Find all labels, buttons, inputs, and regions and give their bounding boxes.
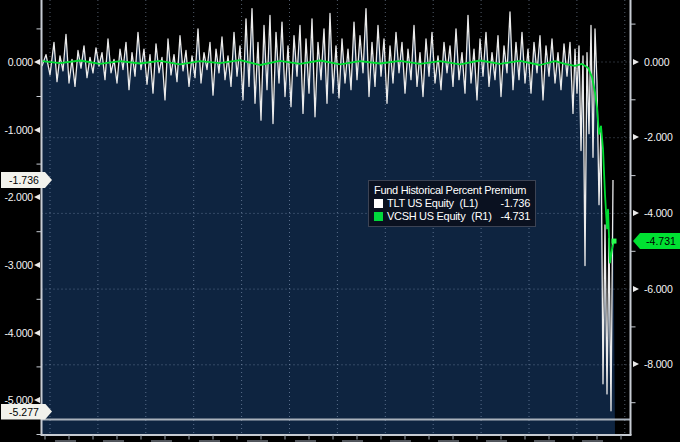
left-tick-arrow-icon	[34, 194, 40, 200]
vcsh-last-value-label: -4.731	[633, 233, 680, 249]
legend-value: -1.736	[501, 197, 530, 209]
vcsh-swatch-icon	[374, 212, 383, 221]
vcsh-end-marker	[612, 239, 617, 244]
right-axis-tick-label: -8.000	[644, 358, 673, 371]
right-tick-arrow-icon	[633, 210, 639, 216]
right-tick-arrow-icon	[633, 134, 639, 140]
left-tick-arrow-icon	[34, 397, 40, 403]
right-tick-arrow-icon	[633, 361, 639, 367]
left-axis-tick-label: -1.000	[0, 124, 33, 137]
x-axis-clipped-label	[390, 440, 411, 442]
chart-canvas[interactable]	[0, 0, 680, 442]
x-axis-clipped-label	[438, 440, 459, 442]
x-axis-clipped-label	[199, 440, 220, 442]
left-tick-arrow-icon	[34, 262, 40, 268]
left-axis-tick-label: -3.000	[0, 259, 33, 272]
legend-title: Fund Historical Percent Premium	[374, 184, 530, 196]
legend-row-tlt: TLT US Equity (L1) -1.736	[374, 197, 530, 209]
bloomberg-premium-chart: 0.000-1.000-2.000-3.000-4.000-5.000 0.00…	[0, 0, 680, 442]
right-axis-tick-label: 0.000	[644, 56, 669, 69]
chart-legend[interactable]: Fund Historical Percent Premium TLT US E…	[368, 180, 536, 227]
legend-axis-tag: (L1)	[460, 197, 478, 209]
legend-row-vcsh: VCSH US Equity (R1) -4.731	[374, 210, 530, 222]
legend-value: -4.731	[501, 210, 530, 222]
x-axis-clipped-label	[582, 440, 603, 442]
right-axis-tick-label: -2.000	[644, 131, 673, 144]
legend-series-name: VCSH US Equity	[387, 210, 465, 222]
left-tick-arrow-icon	[34, 127, 40, 133]
x-axis-clipped-label	[151, 440, 172, 442]
left-axis-tick-label: -4.000	[0, 327, 33, 340]
right-axis-tick-label: -6.000	[644, 283, 673, 296]
x-axis-clipped-label	[247, 440, 268, 442]
left-tick-arrow-icon	[34, 330, 40, 336]
right-tick-arrow-icon	[633, 286, 639, 292]
x-axis-clipped-label	[55, 440, 76, 442]
x-axis-clipped-label	[534, 440, 555, 442]
tlt-last-value-label: -1.736	[1, 172, 52, 188]
left-axis-tick-label: -2.000	[0, 191, 33, 204]
x-axis-clipped-label	[103, 440, 124, 442]
legend-series-name: TLT US Equity	[387, 197, 454, 209]
x-axis-clipped-label	[342, 440, 363, 442]
x-axis-clipped-label	[486, 440, 507, 442]
low-line-value-label: -5.277	[1, 404, 52, 420]
left-tick-arrow-icon	[34, 59, 40, 65]
legend-axis-tag: (R1)	[471, 210, 491, 222]
tlt-swatch-icon	[374, 199, 383, 208]
right-tick-arrow-icon	[633, 59, 639, 65]
right-axis-tick-label: -4.000	[644, 207, 673, 220]
left-axis-tick-label: 0.000	[0, 56, 33, 69]
x-axis-clipped-label	[295, 440, 316, 442]
